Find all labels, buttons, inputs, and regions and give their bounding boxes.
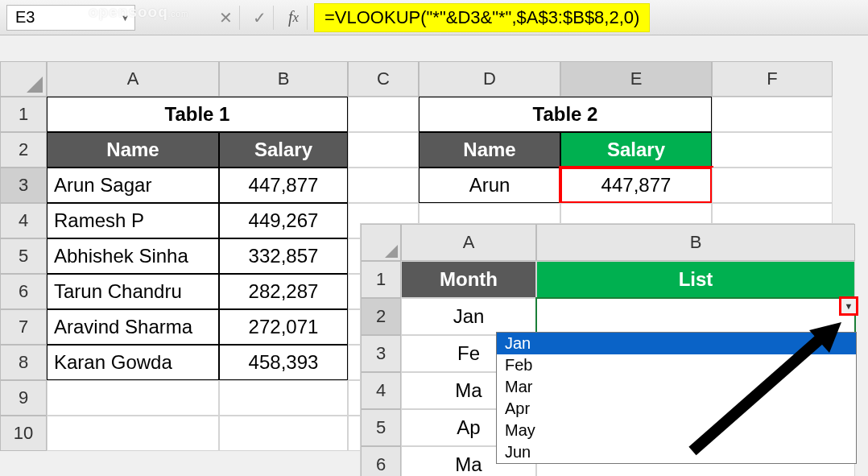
dropdown-option[interactable]: Feb bbox=[497, 354, 856, 376]
row-header-10[interactable]: 10 bbox=[0, 416, 47, 451]
cell-F3[interactable] bbox=[712, 168, 833, 203]
overlay-B2-active[interactable] bbox=[536, 298, 855, 335]
cell-C1[interactable] bbox=[348, 97, 419, 132]
cell-F1[interactable] bbox=[712, 97, 833, 132]
cell-C3[interactable] bbox=[348, 168, 419, 203]
dropdown-option[interactable]: Jan bbox=[497, 333, 856, 354]
row-header-7[interactable]: 7 bbox=[0, 309, 47, 345]
formula-bar: E3 ▼ ✕ ✓ fx =VLOOKUP("*"&D3&"*",$A$3:$B$… bbox=[0, 0, 868, 35]
col-header-A[interactable]: A bbox=[47, 61, 219, 97]
col-header-F[interactable]: F bbox=[712, 61, 833, 97]
chevron-down-icon: ▼ bbox=[845, 301, 854, 311]
row-header-6[interactable]: 6 bbox=[0, 274, 47, 309]
dropdown-option[interactable]: Jun bbox=[497, 441, 856, 463]
row-header-4[interactable]: 4 bbox=[0, 203, 47, 238]
cell-A4[interactable]: Ramesh P bbox=[47, 203, 219, 238]
overlay-select-all-corner[interactable] bbox=[361, 224, 401, 261]
data-validation-dropdown-button[interactable]: ▼ bbox=[841, 298, 857, 314]
cell-B10[interactable] bbox=[219, 416, 348, 451]
cell-A3[interactable]: Arun Sagar bbox=[47, 168, 219, 203]
cell-reference: E3 bbox=[15, 8, 35, 27]
overlay-A2[interactable]: Jan bbox=[401, 298, 536, 335]
cell-D3[interactable]: Arun bbox=[419, 168, 560, 203]
row-header-2[interactable]: 2 bbox=[0, 132, 47, 168]
cell-B3[interactable]: 447,877 bbox=[219, 168, 348, 203]
cell-A8[interactable]: Karan Gowda bbox=[47, 345, 219, 380]
table2-header-name[interactable]: Name bbox=[419, 132, 560, 168]
cell-A9[interactable] bbox=[47, 380, 219, 416]
accept-formula-icon[interactable]: ✓ bbox=[246, 6, 274, 30]
cell-B9[interactable] bbox=[219, 380, 348, 416]
cell-A7[interactable]: Aravind Sharma bbox=[47, 309, 219, 345]
fx-icon[interactable]: fx bbox=[280, 6, 308, 30]
cell-A5[interactable]: Abhishek Sinha bbox=[47, 238, 219, 274]
cell-C2[interactable] bbox=[348, 132, 419, 168]
select-all-corner[interactable] bbox=[0, 61, 47, 97]
table1-header-name[interactable]: Name bbox=[47, 132, 219, 168]
dropdown-option[interactable]: May bbox=[497, 420, 856, 441]
cell-B4[interactable]: 449,267 bbox=[219, 203, 348, 238]
overlay-row-2[interactable]: 2 bbox=[361, 298, 401, 335]
cell-B8[interactable]: 458,393 bbox=[219, 345, 348, 380]
col-header-D[interactable]: D bbox=[419, 61, 560, 97]
cancel-formula-icon[interactable]: ✕ bbox=[213, 6, 240, 30]
cell-E3-active[interactable]: 447,877 bbox=[560, 168, 712, 203]
dropdown-option[interactable]: Mar bbox=[497, 376, 856, 398]
overlay-header-month[interactable]: Month bbox=[401, 261, 536, 298]
col-header-C[interactable]: C bbox=[348, 61, 419, 97]
overlay-col-B[interactable]: B bbox=[536, 224, 855, 261]
formula-input[interactable]: =VLOOKUP("*"&D3&"*",$A$3:$B$8,2,0) bbox=[314, 3, 650, 32]
overlay-row-4[interactable]: 4 bbox=[361, 372, 401, 409]
overlay-row-3[interactable]: 3 bbox=[361, 335, 401, 372]
cell-B7[interactable]: 272,071 bbox=[219, 309, 348, 345]
cell-F2[interactable] bbox=[712, 132, 833, 168]
table2-title[interactable]: Table 2 bbox=[419, 97, 712, 132]
row-header-5[interactable]: 5 bbox=[0, 238, 47, 274]
row-header-1[interactable]: 1 bbox=[0, 97, 47, 132]
table1-title[interactable]: Table 1 bbox=[47, 97, 348, 132]
name-box[interactable]: E3 ▼ bbox=[6, 5, 135, 31]
data-validation-dropdown-list[interactable]: Jan Feb Mar Apr May Jun bbox=[496, 332, 857, 464]
overlay-header-list[interactable]: List bbox=[536, 261, 855, 298]
table1-header-salary[interactable]: Salary bbox=[219, 132, 348, 168]
cell-A6[interactable]: Tarun Chandru bbox=[47, 274, 219, 309]
overlay-row-1[interactable]: 1 bbox=[361, 261, 401, 298]
name-box-dropdown-icon[interactable]: ▼ bbox=[121, 13, 130, 23]
row-header-3[interactable]: 3 bbox=[0, 168, 47, 203]
dropdown-option[interactable]: Apr bbox=[497, 398, 856, 420]
cell-A10[interactable] bbox=[47, 416, 219, 451]
col-header-E[interactable]: E bbox=[560, 61, 712, 97]
row-header-9[interactable]: 9 bbox=[0, 380, 47, 416]
overlay-col-A[interactable]: A bbox=[401, 224, 536, 261]
overlay-row-6[interactable]: 6 bbox=[361, 446, 401, 476]
col-header-B[interactable]: B bbox=[219, 61, 348, 97]
cell-B6[interactable]: 282,287 bbox=[219, 274, 348, 309]
overlay-row-5[interactable]: 5 bbox=[361, 409, 401, 446]
cell-B5[interactable]: 332,857 bbox=[219, 238, 348, 274]
table2-header-salary[interactable]: Salary bbox=[560, 132, 712, 168]
row-header-8[interactable]: 8 bbox=[0, 345, 47, 380]
